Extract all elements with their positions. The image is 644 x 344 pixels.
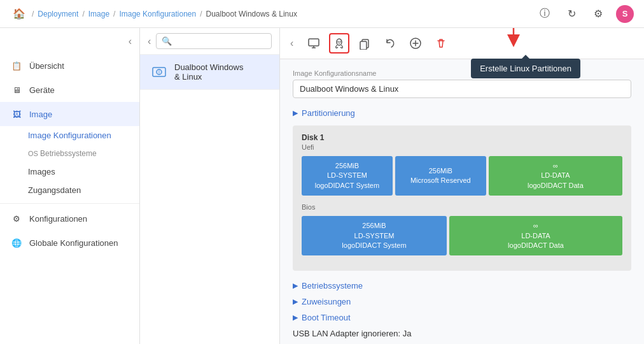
sidebar-label-globale-konfigurationen: Globale Konfigurationen (29, 238, 118, 248)
breadcrumb-current: Dualboot Windows & Linux (206, 10, 297, 18)
list-item-dualboot[interactable]: Dualboot Windows& Linux (140, 55, 279, 90)
sidebar-divider-1 (0, 203, 139, 204)
boot-timeout-label: Boot Timeout (302, 313, 351, 322)
linux-tooltip: Erstelle Linux Partitionen (471, 59, 580, 78)
betriebssysteme-chevron: ▶ (293, 282, 298, 290)
info-icon[interactable]: ⓘ (536, 5, 554, 23)
topnav-actions: ⓘ ↻ ⚙ S (536, 5, 634, 23)
field-value-name: Dualboot Windows & Linux (293, 80, 631, 98)
sidebar-item-gerate[interactable]: 🖥 Geräte (0, 78, 139, 102)
boot-timeout-chevron: ▶ (293, 313, 298, 322)
detail-content: Image Konfigurationsname Dualboot Window… (280, 59, 644, 344)
sidebar-section-main: 📋 Übersicht 🖥 Geräte 🖼 Image Image Konfi… (0, 52, 139, 201)
disk1-uefi-partitions: 256MiB LD-SYSTEM logoDIDACT System 256Mi… (302, 156, 622, 196)
sidebar-label-ubersicht: Übersicht (29, 61, 64, 71)
sidebar-toggle-area: ‹ (0, 33, 139, 52)
content-panel: ‹ 🔍 Dualboot Windows& Linux (140, 28, 644, 344)
svg-point-3 (337, 39, 342, 45)
partitionierung-chevron: ▶ (293, 109, 298, 117)
image-icon: 🖼 (10, 108, 23, 120)
toolbar-delete-button[interactable] (431, 33, 451, 54)
zuweisungen-accordion[interactable]: ▶ Zuweisungen (293, 297, 631, 306)
breadcrumb-deployment[interactable]: Deployment (38, 10, 78, 18)
svg-rect-7 (360, 41, 367, 50)
disk1-title: Disk 1 (302, 133, 622, 142)
list-panel-back-button[interactable]: ‹ (148, 36, 151, 47)
partitionierung-label: Partitionierung (302, 108, 355, 118)
toolbar-monitor-button[interactable] (304, 33, 324, 54)
settings-icon[interactable]: ⚙ (589, 5, 607, 23)
svg-rect-2 (309, 39, 319, 46)
partition-ld-data-bios: ∞ LD-DATA logoDIDACT Data (449, 216, 622, 255)
list-panel-header: ‹ 🔍 (140, 28, 279, 55)
list-item-dualboot-icon (150, 63, 168, 81)
betriebssysteme-accordion[interactable]: ▶ Betriebssysteme (293, 281, 631, 290)
home-icon[interactable]: 🏠 (10, 5, 28, 23)
toolbar-linux-button[interactable] (329, 33, 349, 54)
sidebar-label-konfigurationen: Konfigurationen (29, 214, 87, 224)
toolbar-copy-button[interactable] (354, 33, 375, 54)
search-input[interactable] (174, 36, 266, 46)
sidebar-sub-images[interactable]: Images (28, 162, 139, 181)
toolbar-add-button[interactable] (405, 33, 426, 54)
detail-toolbar: ‹ (280, 28, 644, 59)
topnav: 🏠 / Deployment / Image / Image Konfigura… (0, 0, 644, 28)
usb-lan-line: USB LAN Adapter ignorieren: Ja (293, 329, 631, 338)
search-icon: 🔍 (162, 36, 172, 46)
toolbar-back-button[interactable]: ‹ (290, 38, 293, 49)
sidebar-item-image[interactable]: 🖼 Image (0, 102, 139, 126)
detail-panel: ‹ (280, 28, 644, 344)
refresh-icon[interactable]: ↻ (563, 5, 580, 23)
field-label-name: Image Konfigurationsname (293, 69, 631, 77)
breadcrumb-image-konfigurationen[interactable]: Image Konfigurationen (119, 10, 196, 18)
toolbar-undo-button[interactable] (380, 33, 400, 54)
partition-ld-data-uefi: ∞ LD-DATA logoDIDACT Data (489, 156, 622, 196)
sidebar-collapse-button[interactable]: ‹ (129, 36, 132, 47)
globale-konfigurationen-icon: 🌐 (10, 236, 23, 249)
svg-point-5 (340, 41, 341, 43)
zuweisungen-chevron: ▶ (293, 297, 298, 306)
usb-lan-value: Ja (403, 329, 412, 338)
sidebar-label-image: Image (29, 110, 52, 119)
sidebar-sub-image: Image Konfigurationen OS Betriebssysteme… (0, 126, 139, 199)
breadcrumb-area: 🏠 / Deployment / Image / Image Konfigura… (10, 5, 297, 23)
svg-point-4 (338, 41, 339, 43)
sidebar-sub-image-konfigurationen[interactable]: Image Konfigurationen (28, 126, 139, 145)
konfigurationen-icon: ⚙ (10, 212, 23, 225)
main-layout: ‹ 📋 Übersicht 🖥 Geräte 🖼 Image Image Kon… (0, 28, 644, 344)
betriebssysteme-label: Betriebssysteme (302, 281, 363, 290)
list-panel: ‹ 🔍 Dualboot Windows& Linux (140, 28, 280, 344)
search-box[interactable]: 🔍 (156, 33, 272, 49)
red-arrow-indicator (469, 28, 520, 47)
partition-ld-system-bios: 256MiB LD-SYSTEM logoDIDACT System (302, 216, 447, 255)
disk-area: Disk 1 Uefi 256MiB LD-SYSTEM logoDIDACT … (293, 125, 631, 271)
partition-ld-system-uefi: 256MiB LD-SYSTEM logoDIDACT System (302, 156, 393, 196)
sidebar-item-globale-konfigurationen[interactable]: 🌐 Globale Konfigurationen (0, 231, 139, 255)
disk1-bios-partitions: 256MiB LD-SYSTEM logoDIDACT System ∞ LD-… (302, 216, 622, 255)
breadcrumb-image[interactable]: Image (88, 10, 109, 18)
partitionierung-section[interactable]: ▶ Partitionierung (293, 108, 631, 118)
boot-timeout-accordion[interactable]: ▶ Boot Timeout (293, 313, 631, 322)
sidebar-sub-zugangsdaten[interactable]: Zugangsdaten (28, 181, 139, 199)
gerate-icon: 🖥 (10, 83, 23, 96)
partition-ms-reserved: 256MiB Microsoft Reserved (395, 156, 486, 196)
disk1-uefi-label: Uefi (302, 143, 622, 151)
sidebar-item-ubersicht[interactable]: 📋 Übersicht (0, 54, 139, 78)
zuweisungen-label: Zuweisungen (302, 297, 351, 306)
sidebar-item-konfigurationen[interactable]: ⚙ Konfigurationen (0, 206, 139, 231)
list-item-dualboot-label: Dualboot Windows& Linux (174, 62, 243, 82)
sidebar: ‹ 📋 Übersicht 🖥 Geräte 🖼 Image Image Kon… (0, 28, 140, 344)
user-avatar[interactable]: S (616, 5, 634, 23)
sidebar-sub-betriebssysteme[interactable]: OS Betriebssysteme (28, 145, 139, 162)
sidebar-label-gerate: Geräte (29, 85, 55, 95)
disk1-bios-label: Bios (302, 203, 622, 211)
usb-lan-label: USB LAN Adapter ignorieren: (293, 329, 400, 338)
ubersicht-icon: 📋 (10, 59, 23, 72)
